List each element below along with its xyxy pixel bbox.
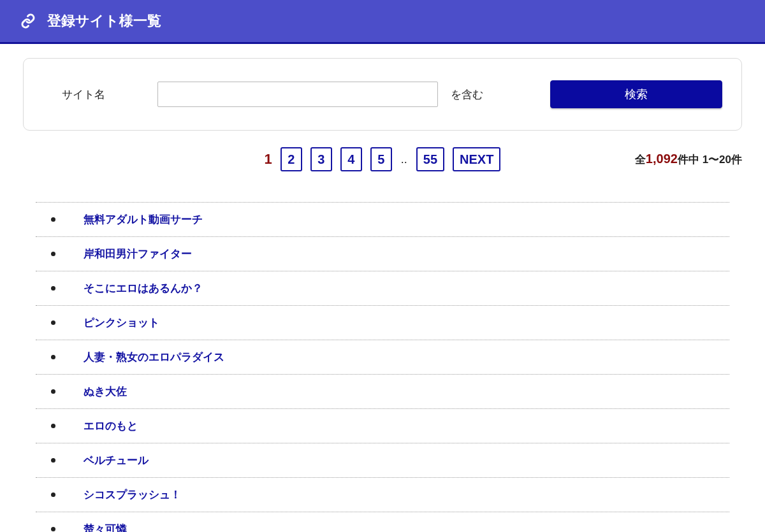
site-list: 無料アダルト動画サーチ岸和田男汁ファイターそこにエロはあるんか？ピンクショット人…	[23, 202, 742, 532]
page-current: 1	[265, 151, 272, 168]
site-link[interactable]: 無料アダルト動画サーチ	[84, 212, 203, 227]
bullet-icon	[51, 286, 55, 291]
bullet-icon	[51, 492, 55, 497]
bullet-icon	[51, 389, 55, 394]
search-label: サイト名	[43, 87, 119, 102]
page-title: 登録サイト様一覧	[47, 11, 161, 31]
pager: 12345..55NEXT	[265, 147, 501, 171]
page-link-55[interactable]: 55	[416, 147, 444, 171]
count-mid: 件中	[678, 154, 703, 166]
site-link[interactable]: 人妻・熟女のエロパラダイス	[84, 350, 224, 364]
bullet-icon	[51, 527, 55, 531]
site-link[interactable]: ベルチュール	[84, 453, 149, 468]
bullet-icon	[51, 458, 55, 463]
page-ellipsis: ..	[400, 153, 408, 166]
site-link[interactable]: そこにエロはあるんか？	[84, 281, 203, 296]
bullet-icon	[51, 355, 55, 359]
bullet-icon	[51, 424, 55, 428]
search-suffix: を含む	[451, 87, 537, 102]
list-item: 岸和田男汁ファイター	[36, 236, 729, 271]
result-count: 全1,092件中 1〜20件	[635, 152, 742, 167]
site-link[interactable]: 楚々可憐	[84, 522, 127, 532]
site-link[interactable]: エロのもと	[84, 419, 138, 433]
count-total: 1,092	[646, 152, 678, 166]
list-item: ピンクショット	[36, 305, 729, 340]
list-item: 無料アダルト動画サーチ	[36, 202, 729, 236]
list-item: そこにエロはあるんか？	[36, 271, 729, 305]
site-link[interactable]: 岸和田男汁ファイター	[84, 247, 192, 261]
site-link[interactable]: ぬき大佐	[84, 384, 127, 399]
list-item: ベルチュール	[36, 443, 729, 477]
list-item: 楚々可憐	[36, 512, 729, 532]
site-link[interactable]: シコスプラッシュ！	[84, 487, 181, 502]
count-suffix: 件	[731, 154, 742, 166]
site-link[interactable]: ピンクショット	[84, 315, 159, 330]
page-link-next[interactable]: NEXT	[453, 147, 500, 171]
list-item: シコスプラッシュ！	[36, 477, 729, 512]
page-header: 登録サイト様一覧	[0, 0, 765, 44]
page-link-3[interactable]: 3	[310, 147, 332, 171]
list-item: 人妻・熟女のエロパラダイス	[36, 340, 729, 374]
list-item: ぬき大佐	[36, 374, 729, 408]
page-link-5[interactable]: 5	[370, 147, 392, 171]
bullet-icon	[51, 217, 55, 222]
count-range: 1〜20	[703, 154, 731, 166]
link-icon	[20, 13, 36, 29]
count-prefix: 全	[635, 154, 646, 166]
pager-row: 12345..55NEXT 全1,092件中 1〜20件	[23, 147, 742, 171]
bullet-icon	[51, 320, 55, 325]
search-panel: サイト名 を含む 検索	[23, 58, 742, 131]
page-link-4[interactable]: 4	[340, 147, 362, 171]
bullet-icon	[51, 252, 55, 256]
list-item: エロのもと	[36, 408, 729, 443]
search-input[interactable]	[157, 82, 438, 107]
search-button[interactable]: 検索	[550, 80, 722, 108]
page-link-2[interactable]: 2	[280, 147, 302, 171]
